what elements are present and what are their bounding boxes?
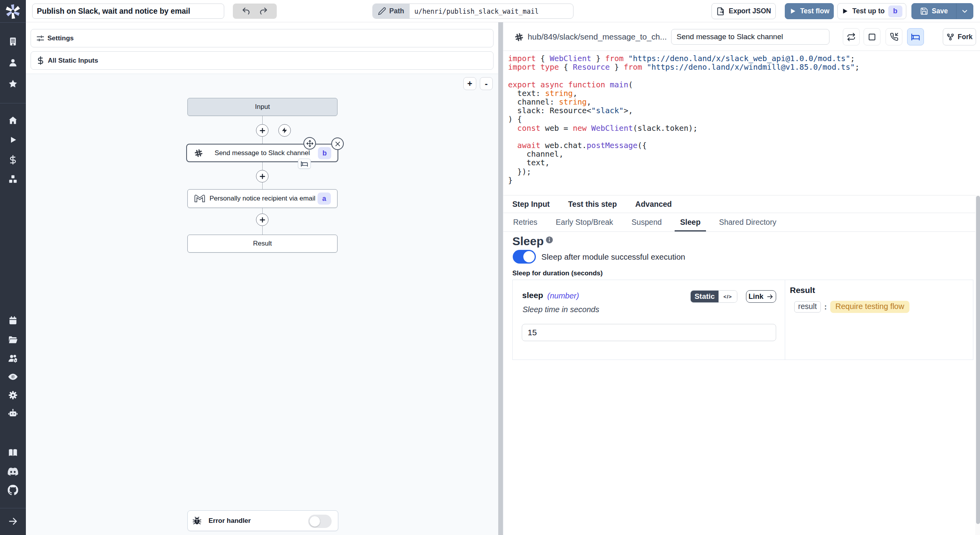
slack-icon	[514, 32, 524, 42]
flow-node-input[interactable]: Input	[187, 98, 338, 116]
retries-icon-button[interactable]	[843, 28, 860, 45]
settings-label: Settings	[47, 34, 74, 42]
settings-section[interactable]: Settings	[31, 29, 494, 47]
building-icon[interactable]	[8, 37, 18, 47]
home-icon[interactable]	[8, 116, 18, 125]
flow-edge	[262, 116, 263, 124]
tab-early-stop-break[interactable]: Early Stop/Break	[555, 213, 614, 231]
gear-icon[interactable]	[8, 390, 18, 400]
book-icon[interactable]	[8, 448, 18, 458]
flow-edge	[262, 162, 263, 170]
step-detail-panel: hub/849/slack/send_message_to_ch... Send…	[503, 22, 980, 535]
phone-incoming-icon	[890, 33, 898, 41]
trigger-button[interactable]	[278, 124, 291, 137]
add-step-button[interactable]	[256, 213, 269, 226]
panel-splitter[interactable]	[498, 22, 503, 535]
fork-button[interactable]: Fork	[943, 28, 976, 45]
link-button[interactable]: Link	[746, 290, 776, 303]
save-button[interactable]: Save	[911, 3, 973, 19]
field-type: (number)	[547, 291, 579, 300]
test-up-to-button[interactable]: Test up to b	[837, 3, 906, 19]
sleep-icon-button[interactable]	[907, 28, 924, 45]
slack-node-label: Send message to Slack channel	[187, 149, 338, 157]
tab-sleep[interactable]: Sleep	[679, 213, 701, 231]
email-node-badge: a	[318, 193, 331, 205]
cache-icon-button[interactable]	[864, 28, 880, 45]
all-static-inputs-section[interactable]: All Static Inputs	[31, 51, 494, 70]
add-step-button[interactable]	[256, 170, 269, 183]
user-icon[interactable]	[8, 58, 18, 68]
input-node-label: Input	[255, 103, 270, 111]
sleep-form-box: sleep (number) Static </> Link Sleep tim…	[512, 280, 973, 360]
result-value: Require testing flow	[830, 301, 909, 313]
zoom-out-button[interactable]: -	[480, 77, 493, 90]
sleep-heading: Sleep	[512, 235, 554, 248]
redo-icon[interactable]	[259, 7, 268, 16]
flow-node-email-step[interactable]: Personally notice recipient via email a	[187, 189, 338, 208]
export-json-label: Export JSON	[729, 7, 771, 15]
discord-icon[interactable]	[8, 466, 18, 477]
move-step-handle[interactable]	[303, 137, 316, 150]
code-editor[interactable]: import { WebClient } from "https://deno.…	[503, 51, 980, 195]
delete-step-button[interactable]	[331, 137, 344, 150]
save-dropdown-button[interactable]	[956, 4, 973, 19]
dollar-icon[interactable]	[8, 155, 18, 165]
github-icon[interactable]	[8, 485, 18, 495]
tab-shared-directory[interactable]: Shared Directory	[718, 213, 777, 231]
repeat-icon	[847, 33, 856, 42]
result-heading: Result	[790, 286, 815, 295]
folder-open-icon[interactable]	[8, 334, 18, 345]
sliders-icon	[36, 34, 45, 43]
square-icon	[868, 33, 876, 41]
code-mode-button[interactable]: </>	[719, 291, 737, 302]
code-line: text: string,	[508, 89, 860, 98]
scrollbar[interactable]	[975, 195, 980, 535]
sleep-toggle-label: Sleep after module successful execution	[541, 250, 685, 264]
star-icon[interactable]	[8, 79, 18, 89]
script-header: hub/849/slack/send_message_to_ch... Send…	[503, 22, 980, 51]
suspend-icon-button[interactable]	[886, 28, 902, 45]
error-handler-toggle[interactable]	[308, 515, 332, 528]
flow-canvas[interactable]: + - Input	[26, 74, 498, 535]
users-gear-icon[interactable]	[8, 353, 18, 364]
advanced-tabs: RetriesEarly Stop/BreakSuspendSleepShare…	[503, 213, 980, 232]
flow-node-slack-step[interactable]: Send message to Slack channel b	[186, 144, 338, 162]
path-field[interactable]: Path u/henri/publish_slack_wait_mail	[372, 4, 573, 19]
boxes-icon[interactable]	[8, 174, 18, 184]
play-icon[interactable]	[8, 135, 18, 145]
test-flow-button[interactable]: Test flow	[785, 3, 834, 19]
sleep-toggle[interactable]	[513, 250, 536, 264]
test-up-to-label: Test up to	[852, 7, 884, 15]
arrow-right-icon[interactable]	[8, 516, 18, 526]
scrollbar-thumb[interactable]	[976, 196, 980, 524]
tab-retries[interactable]: Retries	[512, 213, 538, 231]
hub-script-path[interactable]: hub/849/slack/send_message_to_ch...	[528, 22, 667, 51]
robot-icon[interactable]	[8, 408, 18, 419]
info-icon[interactable]	[545, 236, 554, 244]
step-summary-input[interactable]: Send message to Slack channel	[671, 29, 829, 45]
code-line: import { WebClient } from "https://deno.…	[508, 54, 860, 63]
undo-icon[interactable]	[241, 7, 251, 16]
tab-step-input[interactable]: Step Input	[512, 200, 550, 209]
sleep-indicator-chip[interactable]	[298, 159, 311, 169]
export-json-button[interactable]: Export JSON	[711, 3, 776, 19]
all-static-inputs-label: All Static Inputs	[48, 57, 98, 65]
tab-advanced[interactable]: Advanced	[635, 200, 672, 209]
zoom-in-button[interactable]: +	[463, 77, 476, 90]
save-icon	[920, 7, 928, 15]
save-main[interactable]: Save	[912, 4, 956, 19]
static-mode-button[interactable]: Static	[691, 291, 719, 302]
calendar-icon[interactable]	[8, 316, 18, 325]
tab-test-this-step[interactable]: Test this step	[568, 200, 617, 209]
flow-name-input[interactable]: Publish on Slack, wait and notice by ema…	[32, 4, 224, 19]
flow-node-result[interactable]: Result	[187, 235, 338, 253]
sidebar-divider	[0, 103, 26, 103]
eye-icon[interactable]	[8, 372, 18, 382]
error-handler-box[interactable]: Error handler	[187, 510, 338, 531]
sidebar-divider	[0, 22, 26, 23]
windmill-logo[interactable]	[4, 2, 22, 20]
tab-suspend[interactable]: Suspend	[631, 213, 662, 231]
sleep-seconds-input[interactable]: 15	[522, 324, 776, 341]
link-label: Link	[748, 292, 763, 301]
add-step-button[interactable]	[256, 124, 269, 137]
